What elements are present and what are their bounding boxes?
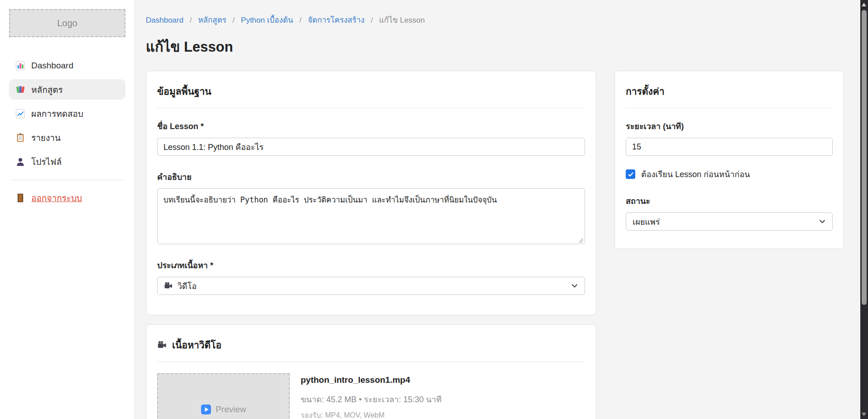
sidebar-item-label: ผลการทดสอบ bbox=[31, 107, 83, 120]
sidebar-item-profile[interactable]: โปรไฟล์ bbox=[9, 151, 125, 172]
video-file-info: python_intro_lesson1.mp4 ขนาด: 45.2 MB •… bbox=[301, 373, 441, 419]
sidebar-item-label: Dashboard bbox=[31, 61, 73, 71]
content-type-value: วิดีโอ bbox=[177, 279, 197, 293]
breadcrumb-separator: / bbox=[190, 16, 192, 24]
movie-camera-icon bbox=[164, 281, 173, 290]
bar-chart-icon bbox=[15, 61, 25, 71]
sidebar-item-courses[interactable]: หลักสูตร bbox=[9, 79, 125, 100]
status-select[interactable]: เผยแพร่ bbox=[626, 212, 833, 231]
settings-card: การตั้งค่า ระยะเวลา (นาที) ต้องเรียน Les… bbox=[614, 71, 844, 249]
breadcrumb-link-structure[interactable]: จัดการโครงสร้าง bbox=[308, 16, 364, 24]
logout-link[interactable]: ออกจากระบบ bbox=[9, 191, 125, 205]
video-preview-box[interactable]: Preview bbox=[157, 373, 290, 419]
main-content: Dashboard / หลักสูตร / Python เบื้องต้น … bbox=[135, 0, 860, 419]
breadcrumb-link-course[interactable]: Python เบื้องต้น bbox=[241, 16, 293, 24]
video-supported-formats: รองรับ: MP4, MOV, WebM bbox=[301, 409, 441, 419]
logout-label: ออกจากระบบ bbox=[31, 191, 82, 205]
breadcrumb-separator: / bbox=[233, 16, 235, 24]
prerequisite-label: ต้องเรียน Lesson ก่อนหน้าก่อน bbox=[641, 168, 750, 181]
basic-info-title: ข้อมูลพื้นฐาน bbox=[157, 82, 585, 108]
settings-title-text: การตั้งค่า bbox=[626, 84, 665, 99]
sidebar-item-label: รายงาน bbox=[31, 131, 61, 144]
breadcrumb-separator: / bbox=[299, 16, 302, 24]
prerequisite-checkbox[interactable] bbox=[626, 169, 635, 179]
movie-camera-icon bbox=[157, 340, 167, 350]
logo-placeholder: Logo bbox=[9, 9, 125, 37]
scroll-down-arrow-icon[interactable] bbox=[862, 413, 866, 416]
breadcrumb: Dashboard / หลักสูตร / Python เบื้องต้น … bbox=[146, 14, 844, 26]
preview-label: Preview bbox=[216, 405, 246, 414]
description-label: คำอธิบาย bbox=[157, 170, 585, 183]
basic-info-title-text: ข้อมูลพื้นฐาน bbox=[157, 84, 211, 99]
status-label: สถานะ bbox=[626, 194, 833, 207]
scroll-up-arrow-icon[interactable] bbox=[862, 3, 866, 6]
breadcrumb-current: แก้ไข Lesson bbox=[379, 16, 425, 24]
sidebar-item-dashboard[interactable]: Dashboard bbox=[9, 55, 125, 76]
video-filename: python_intro_lesson1.mp4 bbox=[301, 375, 441, 385]
sidebar: Logo Dashboard หลักสูตร ผลการทดสอบ รายงา bbox=[0, 0, 135, 419]
video-content-card: เนื้อหาวิดีโอ Preview python_intro_lesso… bbox=[146, 324, 596, 419]
books-icon bbox=[15, 85, 25, 95]
play-icon bbox=[201, 404, 211, 415]
duration-label: ระยะเวลา (นาที) bbox=[626, 120, 833, 133]
chart-increasing-icon bbox=[15, 109, 25, 119]
scrollbar-thumb[interactable] bbox=[862, 10, 867, 305]
video-content-title-text: เนื้อหาวิดีโอ bbox=[172, 337, 221, 352]
duration-input[interactable] bbox=[626, 138, 833, 156]
sidebar-item-reports[interactable]: รายงาน bbox=[9, 127, 125, 148]
content-type-label: ประเภทเนื้อหา * bbox=[157, 259, 585, 272]
sidebar-item-test-results[interactable]: ผลการทดสอบ bbox=[9, 103, 125, 124]
lesson-name-label: ชื่อ Lesson * bbox=[157, 120, 585, 133]
clipboard-icon bbox=[15, 133, 25, 143]
app-window: Logo Dashboard หลักสูตร ผลการทดสอบ รายงา bbox=[0, 0, 868, 419]
chevron-down-icon bbox=[819, 218, 826, 225]
door-icon bbox=[15, 193, 25, 203]
settings-title: การตั้งค่า bbox=[626, 82, 833, 108]
resize-grip-icon[interactable] bbox=[578, 237, 584, 242]
vertical-scrollbar bbox=[860, 0, 868, 419]
video-content-title: เนื้อหาวิดีโอ bbox=[157, 336, 585, 362]
sidebar-item-label: หลักสูตร bbox=[31, 83, 63, 96]
page-title: แก้ไข Lesson bbox=[146, 35, 844, 58]
basic-info-card: ข้อมูลพื้นฐาน ชื่อ Lesson * คำอธิบาย บทเ… bbox=[146, 71, 596, 315]
chevron-down-icon bbox=[571, 282, 578, 289]
breadcrumb-link-dashboard[interactable]: Dashboard bbox=[146, 16, 183, 24]
sidebar-divider bbox=[10, 180, 125, 180]
breadcrumb-separator: / bbox=[371, 16, 373, 24]
status-value: เผยแพร่ bbox=[633, 215, 660, 228]
description-textarea[interactable]: บทเรียนนี้จะอธิบายว่า Python คืออะไร ประ… bbox=[157, 188, 585, 244]
sidebar-item-label: โปรไฟล์ bbox=[31, 155, 62, 169]
video-meta: ขนาด: 45.2 MB • ระยะเวลา: 15:30 นาที bbox=[301, 393, 441, 406]
breadcrumb-link-courses[interactable]: หลักสูตร bbox=[198, 16, 226, 24]
person-icon bbox=[15, 157, 25, 167]
lesson-name-input[interactable] bbox=[157, 138, 585, 156]
content-type-select[interactable]: วิดีโอ bbox=[157, 277, 585, 295]
logo-label: Logo bbox=[57, 18, 77, 29]
